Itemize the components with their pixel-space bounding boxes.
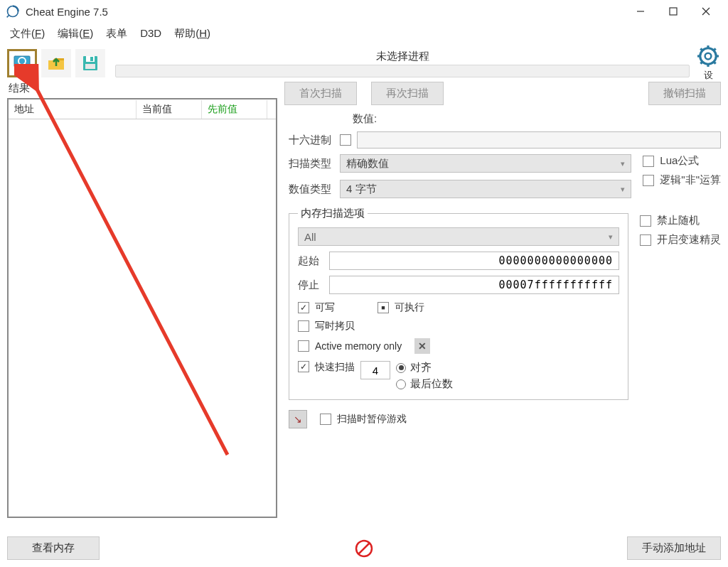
chevron-down-icon: ▾ xyxy=(621,185,625,194)
save-button[interactable] xyxy=(75,49,105,77)
fast-scan-label: 快速扫描 xyxy=(315,361,355,374)
logic-not-checkbox[interactable] xyxy=(643,175,654,186)
menu-help[interactable]: 帮助(H) xyxy=(174,27,210,40)
title-bar: Cheat Engine 7.5 xyxy=(0,0,728,23)
fast-scan-qty-input[interactable] xyxy=(360,361,390,379)
forbidden-icon xyxy=(355,539,373,558)
close-icon[interactable]: ✕ xyxy=(414,338,430,354)
stop-address-input[interactable] xyxy=(329,276,619,294)
pause-game-checkbox[interactable] xyxy=(320,414,331,425)
speedhack-label: 开启变速精灵 xyxy=(657,233,721,247)
copy-on-write-label: 写时拷贝 xyxy=(315,320,355,333)
no-random-checkbox[interactable] xyxy=(640,215,651,227)
writable-label: 可写 xyxy=(315,301,335,314)
view-memory-button[interactable]: 查看内存 xyxy=(7,536,100,560)
results-panel: 结果 地址 当前值 先前值 xyxy=(7,79,277,518)
scan-panel: 首次扫描 再次扫描 撤销扫描 数值: 十六进制 扫描类型 精确数值 xyxy=(284,79,721,518)
memory-scan-options: 内存扫描选项 All ▾ 起始 停止 xyxy=(289,207,628,400)
maximize-button[interactable] xyxy=(657,1,690,22)
chevron-down-icon: ▾ xyxy=(621,159,625,168)
memory-region-value: All xyxy=(304,231,316,243)
toolbar: 未选择进程 设 xyxy=(0,48,728,79)
speedhack-checkbox[interactable] xyxy=(640,234,651,246)
value-input[interactable] xyxy=(357,131,721,148)
settings-button[interactable]: 设 xyxy=(695,45,721,82)
svg-rect-3 xyxy=(670,8,677,15)
results-body[interactable] xyxy=(9,119,276,517)
hex-label: 十六进制 xyxy=(289,134,334,147)
aligned-radio[interactable] xyxy=(396,363,406,373)
writable-checkbox[interactable] xyxy=(298,302,309,313)
chevron-down-icon: ▾ xyxy=(609,232,613,242)
col-previous-value[interactable]: 先前值 xyxy=(202,100,267,119)
scan-type-label: 扫描类型 xyxy=(289,157,334,171)
executable-label: 可执行 xyxy=(395,301,424,314)
next-scan-button[interactable]: 再次扫描 xyxy=(371,82,444,105)
svg-line-26 xyxy=(358,543,370,554)
undo-scan-button[interactable]: 撤销扫描 xyxy=(648,82,721,105)
results-count-label: 结果 xyxy=(9,82,277,95)
app-icon xyxy=(6,4,20,18)
scan-type-value: 精确数值 xyxy=(346,157,389,171)
active-memory-checkbox[interactable] xyxy=(298,340,309,352)
last-digits-radio[interactable] xyxy=(396,379,406,389)
first-scan-button[interactable]: 首次扫描 xyxy=(284,82,357,105)
window-controls xyxy=(624,1,722,22)
results-list[interactable]: 地址 当前值 先前值 xyxy=(7,98,277,518)
menu-table[interactable]: 表单 xyxy=(106,27,127,40)
expand-button[interactable]: ↘ xyxy=(289,410,307,428)
progress-bar xyxy=(115,65,690,77)
lua-formula-checkbox[interactable] xyxy=(643,156,654,167)
add-address-manual-button[interactable]: 手动添加地址 xyxy=(627,536,721,560)
start-label: 起始 xyxy=(298,254,322,268)
results-header: 地址 当前值 先前值 xyxy=(9,99,276,119)
stop-label: 停止 xyxy=(298,279,322,292)
bottom-bar: 查看内存 手动添加地址 xyxy=(0,534,728,563)
window-title: Cheat Engine 7.5 xyxy=(26,6,108,18)
svg-line-1 xyxy=(7,15,9,17)
memory-region-select[interactable]: All ▾ xyxy=(298,227,619,246)
aligned-label: 对齐 xyxy=(410,361,432,374)
no-random-label: 禁止随机 xyxy=(657,214,700,227)
svg-point-16 xyxy=(705,53,712,59)
open-file-button[interactable] xyxy=(41,49,71,77)
svg-rect-9 xyxy=(18,67,26,69)
hex-checkbox[interactable] xyxy=(340,134,351,146)
process-label: 未选择进程 xyxy=(376,50,429,63)
pause-game-label: 扫描时暂停游戏 xyxy=(337,413,407,426)
open-process-button[interactable] xyxy=(7,49,37,77)
menu-d3d[interactable]: D3D xyxy=(140,27,161,40)
value-type-value: 4 字节 xyxy=(346,183,377,196)
executable-checkbox[interactable] xyxy=(378,302,389,313)
logic-not-label: 逻辑"非"运算 xyxy=(660,173,721,187)
value-type-select[interactable]: 4 字节 ▾ xyxy=(340,180,631,198)
active-memory-label: Active memory only xyxy=(315,340,402,352)
fast-scan-checkbox[interactable] xyxy=(298,361,309,372)
svg-rect-13 xyxy=(90,57,93,61)
start-address-input[interactable] xyxy=(329,252,619,270)
svg-rect-10 xyxy=(16,69,28,71)
col-address[interactable]: 地址 xyxy=(9,100,136,119)
svg-rect-14 xyxy=(85,64,95,69)
col-current-value[interactable]: 当前值 xyxy=(136,100,202,119)
close-button[interactable] xyxy=(690,1,722,22)
minimize-button[interactable] xyxy=(624,1,657,22)
menu-file[interactable]: 文件(F) xyxy=(10,27,45,40)
menu-edit[interactable]: 编辑(E) xyxy=(58,27,93,40)
copy-on-write-checkbox[interactable] xyxy=(298,320,309,332)
mem-opts-legend: 内存扫描选项 xyxy=(298,207,368,220)
value-type-label: 数值类型 xyxy=(289,183,334,196)
menu-bar: 文件(F) 编辑(E) 表单 D3D 帮助(H) xyxy=(0,23,728,48)
scan-type-select[interactable]: 精确数值 ▾ xyxy=(340,154,631,173)
value-label: 数值: xyxy=(353,112,377,126)
last-digits-label: 最后位数 xyxy=(410,377,453,391)
lua-formula-label: Lua公式 xyxy=(660,154,699,168)
